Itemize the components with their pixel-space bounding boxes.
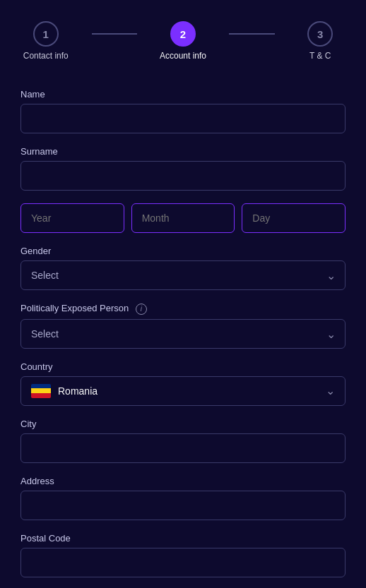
step-3-circle: 3 (307, 21, 333, 47)
year-input[interactable] (20, 203, 124, 233)
surname-label: Surname (20, 146, 346, 157)
pep-info-icon: i (136, 304, 147, 315)
country-label: Country (20, 361, 346, 372)
day-input[interactable] (242, 203, 346, 233)
pep-select[interactable]: Select Yes No (20, 319, 346, 349)
surname-input[interactable] (20, 161, 346, 191)
name-input[interactable] (20, 104, 346, 133)
name-group: Name (20, 89, 346, 133)
step-2-circle: 2 (170, 21, 196, 47)
step-line-1 (92, 33, 138, 35)
step-1: 1 Contact info (0, 21, 92, 61)
gender-select[interactable]: Select Male Female Other (20, 260, 346, 290)
address-input[interactable] (20, 491, 346, 520)
pep-group: Politically Exposed Person i Select Yes … (20, 303, 346, 349)
stepper: 1 Contact info 2 Account info 3 T & C (0, 14, 366, 68)
postal-group: Postal Code (20, 533, 346, 577)
country-chevron-icon: ⌄ (326, 384, 335, 397)
city-label: City (20, 419, 346, 429)
dob-row (20, 203, 346, 233)
flag-blue (31, 384, 51, 389)
gender-label: Gender (20, 246, 346, 256)
country-group: Country Romania ⌄ (20, 361, 346, 406)
surname-group: Surname (20, 146, 346, 191)
city-group: City (20, 419, 346, 463)
pep-select-wrapper[interactable]: Select Yes No ⌄ (20, 319, 346, 349)
step-3-label: T & C (309, 51, 331, 61)
gender-group: Gender Select Male Female Other ⌄ (20, 246, 346, 290)
step-3: 3 T & C (275, 21, 367, 61)
step-1-circle: 1 (33, 21, 59, 47)
city-input[interactable] (20, 433, 346, 463)
flag-yellow (31, 388, 51, 393)
country-select-wrapper[interactable]: Romania ⌄ (20, 376, 346, 406)
flag-red (31, 393, 51, 398)
step-1-label: Contact info (23, 51, 69, 61)
name-label: Name (20, 89, 346, 100)
pep-label: Politically Exposed Person i (20, 303, 346, 315)
postal-label: Postal Code (20, 533, 346, 544)
romania-flag (31, 384, 51, 398)
form-container: Name Surname Gender Select Male Female O… (20, 89, 346, 588)
postal-input[interactable] (20, 548, 346, 577)
step-2: 2 Account info (137, 21, 229, 61)
address-label: Address (20, 476, 346, 486)
address-group: Address (20, 476, 346, 520)
step-2-label: Account info (160, 51, 206, 61)
country-name: Romania (58, 385, 326, 397)
step-line-2 (229, 33, 275, 35)
gender-select-wrapper[interactable]: Select Male Female Other ⌄ (20, 260, 346, 290)
month-input[interactable] (131, 203, 235, 233)
